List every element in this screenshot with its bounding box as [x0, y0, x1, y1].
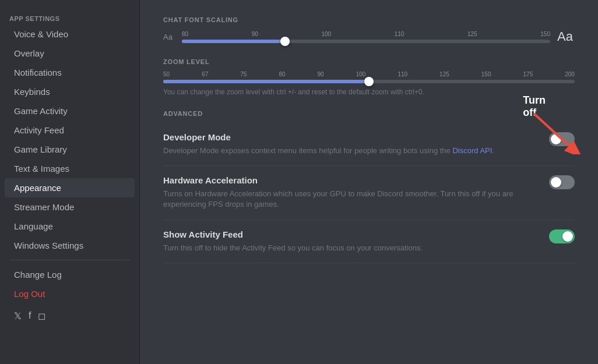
- hardware-acceleration-toggle-track: [549, 175, 575, 189]
- app-settings-label: APP SETTINGS: [0, 12, 139, 24]
- show-activity-feed-row: Show Activity Feed Turn this off to hide…: [163, 220, 575, 263]
- tick-90: 90: [252, 31, 258, 37]
- tick-100: 100: [321, 31, 331, 37]
- sidebar-item-text-images[interactable]: Text & Images: [5, 159, 135, 178]
- developer-mode-title: Developer Mode: [163, 132, 537, 142]
- sidebar-item-overlay[interactable]: Overlay: [5, 44, 135, 63]
- developer-mode-row: Developer Mode Developer Mode exposes co…: [163, 123, 575, 166]
- hardware-acceleration-title: Hardware Acceleration: [163, 175, 537, 185]
- sidebar-item-label: Activity Feed: [14, 125, 64, 135]
- show-activity-feed-toggle-track: [549, 229, 575, 243]
- logout-label: Log Out: [14, 289, 45, 299]
- zoom-level-label: ZOOM LEVEL: [163, 58, 575, 65]
- sidebar-item-label: Windows Settings: [14, 241, 83, 250]
- sidebar-item-label: Voice & Video: [14, 29, 68, 39]
- zoom-level-section: ZOOM LEVEL 50 67 75 80 90 100 110 125 15…: [163, 58, 575, 96]
- sidebar-item-label: Overlay: [14, 48, 44, 58]
- chat-font-ticks: 80 90 100 110 125 150: [182, 31, 550, 37]
- developer-mode-desc-after: .: [492, 146, 494, 155]
- sidebar-item-label: Language: [14, 221, 53, 231]
- hardware-acceleration-toggle[interactable]: [549, 175, 575, 189]
- sidebar-item-label: Notifications: [14, 68, 62, 77]
- chat-font-slider-container: 80 90 100 110 125 150: [182, 31, 550, 43]
- sidebar-item-windows-settings[interactable]: Windows Settings: [5, 236, 135, 255]
- sidebar-item-label: Text & Images: [14, 164, 69, 174]
- sidebar-item-label: Streamer Mode: [14, 202, 74, 212]
- tick-125: 125: [467, 31, 477, 37]
- tick-150: 150: [540, 31, 550, 37]
- advanced-label: ADVANCED: [163, 110, 575, 117]
- chat-font-scaling-label: CHAT FONT SCALING: [163, 16, 575, 23]
- developer-mode-toggle-thumb: [551, 134, 561, 144]
- sidebar: APP SETTINGS Voice & Video Overlay Notif…: [0, 0, 140, 364]
- sidebar-item-game-library[interactable]: Game Library: [5, 140, 135, 159]
- advanced-section: ADVANCED Developer Mode Developer Mode e…: [163, 110, 575, 263]
- zoom-tick-200: 200: [565, 71, 575, 77]
- instagram-icon[interactable]: ◻: [38, 310, 45, 321]
- zoom-tick-150: 150: [481, 71, 491, 77]
- zoom-slider-thumb[interactable]: [364, 77, 374, 86]
- zoom-tick-110: 110: [398, 71, 407, 77]
- sidebar-item-keybinds[interactable]: Keybinds: [5, 82, 135, 101]
- zoom-slider-container: 50 67 75 80 90 100 110 125 150 175 200: [163, 71, 575, 83]
- sidebar-item-streamer-mode[interactable]: Streamer Mode: [5, 197, 135, 217]
- sidebar-item-appearance[interactable]: Appearance: [5, 178, 135, 197]
- show-activity-feed-toggle-thumb: [562, 231, 573, 242]
- zoom-tick-75: 75: [240, 71, 247, 77]
- sidebar-item-label: Game Library: [14, 144, 67, 154]
- developer-mode-desc: Developer Mode exposes context menu item…: [163, 146, 537, 156]
- sidebar-item-label: Game Activity: [14, 106, 68, 116]
- developer-mode-info: Developer Mode Developer Mode exposes co…: [163, 132, 549, 156]
- zoom-tick-100: 100: [356, 71, 366, 77]
- facebook-icon[interactable]: f: [29, 310, 31, 321]
- sidebar-item-label: Keybinds: [14, 87, 50, 97]
- hardware-acceleration-row: Hardware Acceleration Turns on Hardware …: [163, 166, 575, 220]
- zoom-slider-track[interactable]: [163, 80, 575, 83]
- developer-mode-toggle[interactable]: [549, 132, 575, 146]
- chat-font-scaling-section: CHAT FONT SCALING Aa 80 90 100 110 125 1…: [163, 16, 575, 44]
- sidebar-item-language[interactable]: Language: [5, 217, 135, 236]
- sidebar-item-label: Appearance: [14, 183, 61, 193]
- font-small-label: Aa: [163, 33, 175, 41]
- chat-font-slider-track[interactable]: [182, 40, 550, 43]
- main-content: CHAT FONT SCALING Aa 80 90 100 110 125 1…: [140, 0, 598, 364]
- zoom-tick-67: 67: [202, 71, 208, 77]
- sidebar-item-notifications[interactable]: Notifications: [5, 63, 135, 82]
- sidebar-divider: [9, 260, 130, 260]
- chat-font-slider-fill: [182, 40, 285, 43]
- twitter-icon[interactable]: 𝕏: [14, 310, 22, 321]
- developer-mode-toggle-track: [549, 132, 575, 146]
- show-activity-feed-desc: Turn this off to hide the Activity Feed …: [163, 243, 537, 253]
- chat-font-slider-thumb[interactable]: [280, 37, 290, 46]
- zoom-tick-125: 125: [439, 71, 449, 77]
- sidebar-item-activity-feed[interactable]: Activity Feed: [5, 121, 135, 140]
- zoom-tick-90: 90: [318, 71, 324, 77]
- developer-mode-desc-before: Developer Mode exposes context menu item…: [163, 146, 452, 155]
- sidebar-item-voice-video[interactable]: Voice & Video: [5, 24, 135, 44]
- discord-api-link[interactable]: Discord API: [452, 146, 492, 155]
- sidebar-social: 𝕏 f ◻: [5, 303, 135, 328]
- sidebar-item-changelog[interactable]: Change Log: [5, 265, 135, 284]
- sidebar-item-logout[interactable]: Log Out: [5, 284, 135, 303]
- hardware-acceleration-desc: Turns on Hardware Acceleration which use…: [163, 189, 537, 210]
- changelog-label: Change Log: [14, 270, 62, 280]
- show-activity-feed-info: Show Activity Feed Turn this off to hide…: [163, 229, 549, 253]
- zoom-tick-175: 175: [523, 71, 533, 77]
- zoom-hint: You can change the zoom level with ctrl …: [163, 88, 575, 96]
- hardware-acceleration-toggle-thumb: [551, 177, 561, 188]
- tick-110: 110: [395, 31, 404, 37]
- hardware-acceleration-info: Hardware Acceleration Turns on Hardware …: [163, 175, 549, 210]
- zoom-slider-fill: [163, 80, 369, 83]
- show-activity-feed-toggle[interactable]: [549, 229, 575, 243]
- chat-font-slider-row: Aa 80 90 100 110 125 150 Aa: [163, 29, 575, 44]
- tick-80: 80: [182, 31, 188, 37]
- zoom-tick-50: 50: [163, 71, 170, 77]
- show-activity-feed-title: Show Activity Feed: [163, 229, 537, 239]
- zoom-tick-80: 80: [279, 71, 285, 77]
- sidebar-item-game-activity[interactable]: Game Activity: [5, 101, 135, 121]
- font-large-label: Aa: [557, 29, 575, 44]
